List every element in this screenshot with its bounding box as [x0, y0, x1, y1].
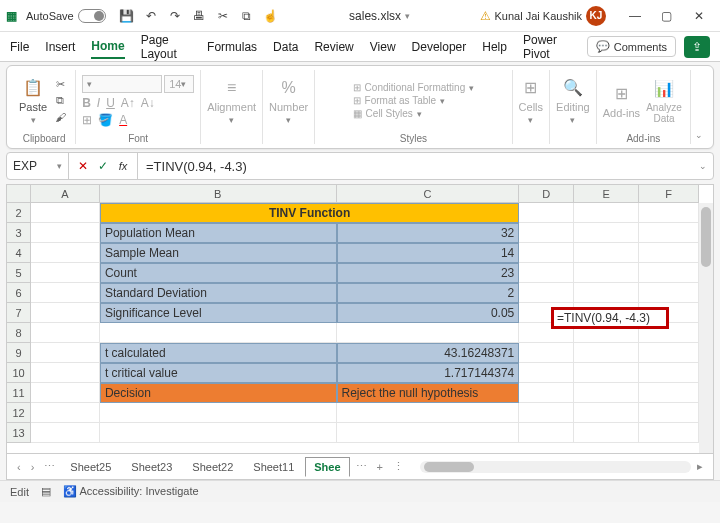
cell[interactable]: Count	[100, 263, 337, 283]
cut-icon[interactable]: ✂	[214, 7, 232, 25]
col-header-a[interactable]: A	[31, 185, 100, 202]
cells-button[interactable]: ⊞ Cells ▾	[519, 77, 543, 125]
cell[interactable]	[337, 323, 520, 343]
cell[interactable]	[519, 363, 574, 383]
cell[interactable]	[574, 263, 639, 283]
cell[interactable]	[519, 203, 574, 223]
cell[interactable]: 14	[337, 243, 520, 263]
cell[interactable]: 23	[337, 263, 520, 283]
toggle-switch-icon[interactable]	[78, 9, 106, 23]
cell[interactable]	[639, 403, 699, 423]
cell[interactable]	[31, 423, 100, 443]
cell[interactable]	[337, 403, 520, 423]
autosave-toggle[interactable]: AutoSave	[26, 9, 106, 23]
cell[interactable]	[519, 283, 574, 303]
cell[interactable]	[639, 383, 699, 403]
scrollbar-thumb[interactable]	[424, 462, 474, 472]
cell[interactable]: Decision	[100, 383, 337, 403]
cell[interactable]	[574, 363, 639, 383]
cell[interactable]	[31, 403, 100, 423]
cell[interactable]	[574, 403, 639, 423]
fill-color-icon[interactable]: 🪣	[98, 113, 113, 127]
editing-button[interactable]: 🔍 Editing ▾	[556, 77, 590, 125]
row-header[interactable]: 12	[7, 403, 30, 423]
cell-header[interactable]: TINV Function	[100, 203, 519, 223]
cell[interactable]	[574, 383, 639, 403]
sheet-tab[interactable]: Sheet11	[244, 457, 303, 477]
cell[interactable]	[31, 223, 100, 243]
sheet-tab[interactable]: Sheet22	[183, 457, 242, 477]
cell[interactable]	[100, 323, 337, 343]
addins-button[interactable]: ⊞ Add-ins	[603, 83, 640, 119]
cell[interactable]	[31, 243, 100, 263]
conditional-formatting-button[interactable]: ⊞ Conditional Formatting ▾	[353, 82, 475, 93]
minimize-icon[interactable]: —	[620, 7, 650, 25]
more-tabs-icon[interactable]: ⋯	[352, 460, 371, 473]
cell[interactable]: Standard Deviation	[100, 283, 337, 303]
decrease-font-icon[interactable]: A↓	[141, 96, 155, 110]
row-header[interactable]: 2	[7, 203, 30, 223]
analyze-button[interactable]: 📊 Analyze Data	[644, 78, 684, 124]
tab-help[interactable]: Help	[482, 36, 507, 58]
highlighted-formula-cell[interactable]: =TINV(0.94, -4.3)	[551, 307, 669, 329]
share-button[interactable]: ⇪	[684, 36, 710, 58]
scroll-right-icon[interactable]: ▸	[693, 460, 707, 473]
next-sheet-icon[interactable]: ›	[27, 461, 39, 473]
user-account[interactable]: Kunal Jai Kaushik KJ	[495, 6, 606, 26]
close-icon[interactable]: ✕	[684, 7, 714, 25]
new-sheet-icon[interactable]: +	[373, 461, 387, 473]
tab-review[interactable]: Review	[314, 36, 353, 58]
row-header[interactable]: 11	[7, 383, 30, 403]
font-color-icon[interactable]: A	[119, 113, 127, 127]
horizontal-scrollbar[interactable]	[420, 461, 691, 473]
row-header[interactable]: 3	[7, 223, 30, 243]
row-header[interactable]: 8	[7, 323, 30, 343]
tab-insert[interactable]: Insert	[45, 36, 75, 58]
cell[interactable]	[574, 223, 639, 243]
tab-home[interactable]: Home	[91, 35, 124, 59]
name-box[interactable]: EXP ▾	[7, 153, 69, 179]
worksheet-grid[interactable]: A B C D E F 2 3 4 5 6 7 8 9 10 11 12 13 …	[6, 184, 714, 454]
save-icon[interactable]: 💾	[118, 7, 136, 25]
cell[interactable]	[519, 403, 574, 423]
row-header[interactable]: 6	[7, 283, 30, 303]
cut-icon[interactable]: ✂	[51, 78, 69, 92]
stats-icon[interactable]: ▤	[41, 485, 51, 498]
copy-icon[interactable]: ⧉	[51, 94, 69, 108]
cell[interactable]: Reject the null hypothesis	[337, 383, 520, 403]
cell[interactable]	[639, 363, 699, 383]
cell[interactable]: Significance Level	[100, 303, 337, 323]
cell[interactable]: 32	[337, 223, 520, 243]
undo-icon[interactable]: ↶	[142, 7, 160, 25]
row-header[interactable]: 5	[7, 263, 30, 283]
cell[interactable]	[31, 303, 100, 323]
tab-options-icon[interactable]: ⋮	[389, 460, 408, 473]
cell[interactable]	[31, 263, 100, 283]
cell[interactable]	[31, 323, 100, 343]
cell-styles-button[interactable]: ▦ Cell Styles ▾	[353, 108, 475, 119]
cell[interactable]	[100, 403, 337, 423]
cell[interactable]	[519, 383, 574, 403]
font-family-select[interactable]: ▾	[82, 75, 162, 93]
cell[interactable]	[574, 423, 639, 443]
comments-button[interactable]: 💬 Comments	[587, 36, 676, 57]
cell[interactable]	[574, 203, 639, 223]
cell[interactable]: 43.16248371	[337, 343, 520, 363]
bold-icon[interactable]: B	[82, 96, 91, 110]
cell[interactable]	[337, 423, 520, 443]
more-sheets-icon[interactable]: ⋯	[40, 460, 59, 473]
cell[interactable]	[519, 263, 574, 283]
tab-file[interactable]: File	[10, 36, 29, 58]
scrollbar-thumb[interactable]	[701, 207, 711, 267]
accessibility-status[interactable]: ♿ Accessibility: Investigate	[63, 485, 199, 498]
cell[interactable]: Population Mean	[100, 223, 337, 243]
row-header[interactable]: 4	[7, 243, 30, 263]
tab-data[interactable]: Data	[273, 36, 298, 58]
row-header[interactable]: 7	[7, 303, 30, 323]
sheet-tab[interactable]: Sheet23	[122, 457, 181, 477]
alignment-button[interactable]: ≡ Alignment ▾	[207, 77, 256, 125]
cancel-formula-icon[interactable]: ✕	[75, 159, 91, 173]
tab-view[interactable]: View	[370, 36, 396, 58]
cell[interactable]	[639, 423, 699, 443]
cell[interactable]	[519, 223, 574, 243]
